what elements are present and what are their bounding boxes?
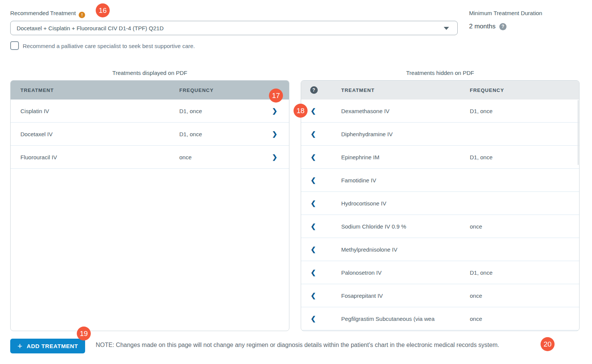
column-header-treatment: TREATMENT bbox=[341, 87, 470, 93]
min-duration-value: 2 months bbox=[469, 23, 496, 30]
treatment-row: ❮ Dexamethasone IV D1, once bbox=[301, 100, 579, 123]
recommended-treatment-label: Recommended Treatment! bbox=[10, 10, 85, 18]
add-treatment-button-label: ADD TREATMENT bbox=[26, 343, 78, 349]
annotation-badge-16: 16 bbox=[96, 3, 110, 17]
treatment-name: Fosaprepitant IV bbox=[341, 292, 470, 299]
help-icon[interactable]: ? bbox=[310, 86, 318, 94]
displayed-table-title: Treatments displayed on PDF bbox=[10, 70, 289, 76]
treatment-name: Fluorouracil IV bbox=[20, 154, 179, 160]
footer-note: NOTE: Changes made on this page will not… bbox=[96, 342, 499, 348]
treatment-row: Fluorouracil IV once ❯ bbox=[11, 146, 289, 169]
move-to-displayed-button[interactable]: ❮ bbox=[311, 292, 316, 299]
treatment-frequency: D1, once bbox=[179, 108, 260, 114]
hidden-treatments-card: ? TREATMENT FREQUENCY ❮ Dexamethasone IV… bbox=[301, 80, 580, 331]
annotation-badge-19: 19 bbox=[77, 327, 91, 341]
treatment-row: ❮ Epinephrine IM D1, once bbox=[301, 146, 579, 169]
plus-icon: + bbox=[17, 341, 22, 351]
move-to-displayed-button[interactable]: ❮ bbox=[311, 200, 316, 207]
scrollbar[interactable] bbox=[578, 100, 579, 165]
chevron-right-icon: ❯ bbox=[272, 154, 277, 161]
move-to-displayed-button[interactable]: ❮ bbox=[311, 108, 316, 114]
treatment-name: Diphenhydramine IV bbox=[341, 131, 470, 137]
treatment-name: Epinephrine IM bbox=[341, 154, 470, 160]
treatment-name: Sodium Chloride IV 0.9 % bbox=[341, 223, 470, 230]
hidden-table-header: ? TREATMENT FREQUENCY bbox=[301, 81, 579, 100]
treatment-frequency: once bbox=[470, 223, 579, 230]
move-to-displayed-button[interactable]: ❮ bbox=[311, 131, 316, 137]
add-treatment-button[interactable]: + ADD TREATMENT bbox=[10, 339, 85, 353]
treatment-name: Dexamethasone IV bbox=[341, 108, 470, 114]
treatment-frequency: once bbox=[179, 154, 260, 160]
chevron-left-icon: ❮ bbox=[311, 246, 316, 253]
chevron-left-icon: ❮ bbox=[311, 315, 316, 322]
palliative-care-checkbox[interactable] bbox=[10, 41, 19, 50]
move-to-displayed-button[interactable]: ❮ bbox=[311, 154, 316, 160]
chevron-left-icon: ❮ bbox=[311, 131, 316, 138]
move-to-displayed-button[interactable]: ❮ bbox=[311, 269, 316, 276]
chevron-left-icon: ❮ bbox=[311, 177, 316, 184]
treatment-name: Famotidine IV bbox=[341, 177, 470, 184]
recommended-treatment-value: Docetaxel + Cisplatin + Fluorouracil CIV… bbox=[17, 25, 163, 31]
chevron-down-icon bbox=[444, 27, 449, 30]
treatment-name: Cisplatin IV bbox=[20, 108, 179, 114]
treatment-row: ❮ Hydrocortisone IV bbox=[301, 192, 579, 215]
palliative-care-checkbox-label: Recommend a palliative care specialist t… bbox=[23, 43, 195, 49]
treatment-row: ❮ Pegfilgrastim Subcutaneous (via wea on… bbox=[301, 307, 579, 330]
chevron-left-icon: ❮ bbox=[311, 200, 316, 207]
annotation-badge-18: 18 bbox=[294, 104, 308, 118]
chevron-right-icon: ❯ bbox=[272, 107, 277, 115]
move-to-displayed-button[interactable]: ❮ bbox=[311, 223, 316, 230]
treatment-row: ❮ Palonosetron IV D1, once bbox=[301, 261, 579, 284]
chevron-left-icon: ❮ bbox=[311, 154, 316, 161]
treatment-row: ❮ Fosaprepitant IV once bbox=[301, 284, 579, 307]
move-to-displayed-button[interactable]: ❮ bbox=[311, 316, 316, 322]
chevron-left-icon: ❮ bbox=[311, 223, 316, 230]
treatment-name: Palonosetron IV bbox=[341, 269, 470, 276]
chevron-left-icon: ❮ bbox=[311, 292, 316, 299]
treatment-frequency: D1, once bbox=[470, 269, 579, 276]
warning-icon: ! bbox=[79, 12, 85, 18]
move-to-hidden-button[interactable]: ❯ bbox=[272, 131, 277, 137]
chevron-left-icon: ❮ bbox=[311, 269, 316, 276]
help-icon[interactable]: ? bbox=[499, 23, 507, 30]
displayed-table-header: TREATMENT FREQUENCY bbox=[11, 81, 289, 100]
treatment-row: ❮ Sodium Chloride IV 0.9 % once bbox=[301, 215, 579, 238]
treatment-name: Docetaxel IV bbox=[20, 131, 179, 137]
move-to-displayed-button[interactable]: ❮ bbox=[311, 246, 316, 253]
treatment-plan-page: Recommended Treatment! Minimum Treatment… bbox=[0, 0, 592, 364]
chevron-right-icon: ❯ bbox=[272, 131, 277, 138]
treatment-row: ❮ Diphenhydramine IV bbox=[301, 123, 579, 146]
recommended-treatment-label-text: Recommended Treatment bbox=[10, 10, 76, 16]
chevron-left-icon: ❮ bbox=[311, 107, 316, 115]
recommended-treatment-select[interactable]: Docetaxel + Cisplatin + Fluorouracil CIV… bbox=[10, 21, 458, 35]
displayed-treatments-card: TREATMENT FREQUENCY Cisplatin IV D1, onc… bbox=[10, 80, 289, 331]
move-to-hidden-button[interactable]: ❯ bbox=[272, 154, 277, 160]
move-to-hidden-button[interactable]: ❯ bbox=[272, 108, 277, 114]
treatment-frequency: D1, once bbox=[179, 131, 260, 137]
min-duration-label: Minimum Treatment Duration bbox=[469, 10, 542, 16]
treatment-row: ❮ Famotidine IV bbox=[301, 169, 579, 192]
treatment-frequency: once bbox=[470, 316, 579, 322]
hidden-table-title: Treatments hidden on PDF bbox=[301, 70, 580, 76]
column-header-frequency: FREQUENCY bbox=[470, 87, 579, 93]
treatment-row: ❮ Methylprednisolone IV bbox=[301, 238, 579, 261]
treatment-frequency: once bbox=[470, 292, 579, 299]
column-header-treatment: TREATMENT bbox=[20, 87, 179, 93]
annotation-badge-17: 17 bbox=[269, 89, 283, 103]
annotation-badge-20: 20 bbox=[541, 337, 555, 351]
treatment-row: Docetaxel IV D1, once ❯ bbox=[11, 123, 289, 146]
treatment-name: Pegfilgrastim Subcutaneous (via wea bbox=[341, 316, 470, 322]
min-duration-value-wrap: 2 months ? bbox=[469, 23, 507, 30]
move-to-displayed-button[interactable]: ❮ bbox=[311, 177, 316, 184]
treatment-frequency: D1, once bbox=[470, 108, 579, 114]
treatment-row: Cisplatin IV D1, once ❯ bbox=[11, 100, 289, 123]
treatment-frequency: D1, once bbox=[470, 154, 579, 160]
treatment-name: Hydrocortisone IV bbox=[341, 200, 470, 207]
treatment-name: Methylprednisolone IV bbox=[341, 246, 470, 253]
